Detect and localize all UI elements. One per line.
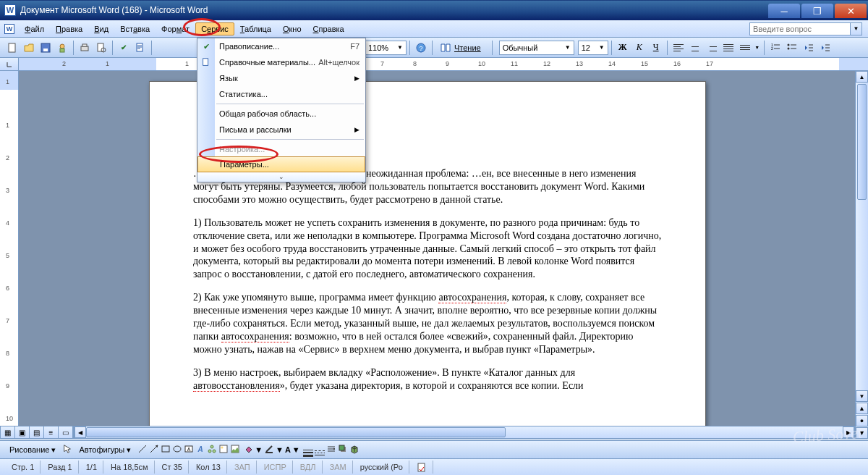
close-button[interactable]: ✕ <box>835 4 867 18</box>
outline-view-button[interactable]: ≡ <box>44 426 59 438</box>
dd-shared-workspace[interactable]: Общая рабочая область... <box>197 106 365 122</box>
ask-question-dropdown-icon[interactable]: ▼ <box>851 22 862 35</box>
bullets-button[interactable] <box>784 40 800 56</box>
style-combo[interactable]: Обычный ▼ <box>499 41 574 55</box>
next-page-button[interactable]: ▼ <box>856 427 868 439</box>
font-color-button[interactable]: A <box>285 445 291 454</box>
arrow-tool-button[interactable] <box>149 444 159 455</box>
vertical-scrollbar[interactable]: ▲ ▼ ▲ ● ▼ <box>855 71 868 439</box>
ask-question-input[interactable] <box>749 22 851 35</box>
read-mode-button[interactable]: Чтение <box>435 40 485 56</box>
minimize-button[interactable]: ─ <box>768 4 800 18</box>
increase-indent-button[interactable] <box>817 40 833 56</box>
line-color-dropdown-icon[interactable]: ▼ <box>276 445 284 454</box>
fontsize-combo[interactable]: 12 ▼ <box>578 41 608 55</box>
dd-language[interactable]: Язык ▶ <box>197 70 365 86</box>
dd-customize[interactable]: Настройка... <box>197 141 365 157</box>
spellcheck-button[interactable]: ✔ <box>116 40 132 56</box>
menu-table[interactable]: Таблица <box>234 22 277 35</box>
italic-button[interactable]: К <box>631 40 647 56</box>
hscroll-thumb[interactable] <box>86 427 506 437</box>
dd-mailmerge[interactable]: Письма и рассылки ▶ <box>197 122 365 138</box>
web-view-button[interactable]: ▣ <box>15 426 30 438</box>
picture-button[interactable] <box>230 444 240 455</box>
rectangle-tool-button[interactable] <box>161 444 171 455</box>
open-button[interactable] <box>21 40 37 56</box>
help-button[interactable]: ? <box>413 40 429 56</box>
menu-tools[interactable]: Сервис <box>195 22 234 35</box>
line-tool-button[interactable] <box>137 444 148 455</box>
menu-insert[interactable]: Вставка <box>114 22 156 35</box>
align-center-button[interactable] <box>687 40 703 56</box>
line-spacing-dropdown-icon[interactable]: ▼ <box>754 40 761 56</box>
line-spacing-button[interactable] <box>737 40 753 56</box>
numbering-button[interactable]: 12 <box>767 40 783 56</box>
document-control-icon[interactable]: W <box>4 24 14 34</box>
shadow-button[interactable] <box>338 444 348 455</box>
status-spellcheck-icon[interactable] <box>411 461 433 474</box>
status-trk[interactable]: ИСПР <box>258 461 293 474</box>
align-justify-button[interactable] <box>720 40 736 56</box>
status-ext[interactable]: ВДЛ <box>294 461 323 474</box>
vertical-ruler[interactable]: 1 1 2 3 4 5 6 7 8 9 10 <box>0 71 19 439</box>
select-objects-button[interactable] <box>62 444 72 455</box>
dd-research[interactable]: Справочные материалы... Alt+щелчок <box>197 54 365 70</box>
font-color-dropdown-icon[interactable]: ▼ <box>292 445 300 454</box>
line-color-button[interactable] <box>264 444 274 455</box>
decrease-indent-button[interactable] <box>801 40 817 56</box>
research-button[interactable] <box>132 40 148 56</box>
underline-button[interactable]: Ч <box>648 40 664 56</box>
textbox-tool-button[interactable]: A <box>184 444 194 455</box>
bold-button[interactable]: Ж <box>615 40 631 56</box>
scroll-left-button[interactable]: ◀ <box>75 426 86 438</box>
scroll-down-button[interactable]: ▼ <box>856 390 868 402</box>
prev-page-button[interactable]: ▲ <box>856 403 868 414</box>
dd-wordcount[interactable]: Статистика... <box>197 86 365 102</box>
line-style-button[interactable] <box>303 443 313 457</box>
scroll-right-button[interactable]: ▶ <box>843 426 854 438</box>
3d-button[interactable] <box>349 444 359 455</box>
zoom-combo[interactable]: 110% ▼ <box>365 41 407 55</box>
fill-color-button[interactable] <box>243 444 253 455</box>
scroll-thumb[interactable] <box>857 84 867 200</box>
align-left-button[interactable] <box>671 40 686 56</box>
dd-options[interactable]: Параметры... <box>197 156 365 172</box>
menu-edit[interactable]: Правка <box>50 22 88 35</box>
print-button[interactable] <box>77 40 93 56</box>
autoshapes-menu[interactable]: Автофигуры ▾ <box>74 442 136 457</box>
align-right-button[interactable] <box>704 40 720 56</box>
dd-expand-chevron[interactable]: ⌄ <box>197 172 365 182</box>
arrow-style-button[interactable] <box>326 444 336 455</box>
new-doc-button[interactable] <box>4 40 20 56</box>
hscroll-track[interactable] <box>86 426 843 438</box>
permission-button[interactable] <box>54 40 70 56</box>
menu-window[interactable]: Окно <box>277 22 307 35</box>
reading-view-button[interactable]: ▭ <box>59 426 73 438</box>
toolbar-separator <box>409 41 410 55</box>
fill-color-dropdown-icon[interactable]: ▼ <box>255 445 263 454</box>
ruler-tab-selector[interactable] <box>0 58 19 71</box>
drawing-menu[interactable]: Рисование ▾ <box>4 442 61 457</box>
dash-style-button[interactable] <box>315 444 325 455</box>
menu-format[interactable]: Формат <box>156 22 195 35</box>
ruler-track[interactable]: 2 1 1 2 3 4 5 6 7 8 9 10 11 12 13 14 15 … <box>19 58 868 70</box>
normal-view-button[interactable]: ▦ <box>1 426 15 438</box>
scroll-up-button[interactable]: ▲ <box>856 71 868 83</box>
horizontal-scrollbar[interactable]: ◀ ▶ <box>74 426 855 439</box>
status-ovr[interactable]: ЗАМ <box>324 461 353 474</box>
status-lang[interactable]: русский (Ро <box>354 461 409 474</box>
save-button[interactable] <box>38 40 54 56</box>
menu-view[interactable]: Вид <box>88 22 114 35</box>
status-rec[interactable]: ЗАП <box>229 461 257 474</box>
menu-file[interactable]: Файл <box>19 22 50 35</box>
print-view-button[interactable]: ▤ <box>30 426 44 438</box>
maximize-button[interactable]: ❐ <box>801 4 833 18</box>
wordart-button[interactable]: A <box>195 444 205 455</box>
dd-spellcheck[interactable]: ✔ Правописание... F7 <box>197 38 365 54</box>
menu-help[interactable]: Справка <box>307 22 350 35</box>
diagram-button[interactable] <box>207 444 217 455</box>
clipart-button[interactable] <box>218 444 229 455</box>
browse-object-button[interactable]: ● <box>856 415 868 426</box>
print-preview-button[interactable] <box>93 40 109 56</box>
oval-tool-button[interactable] <box>172 444 182 455</box>
